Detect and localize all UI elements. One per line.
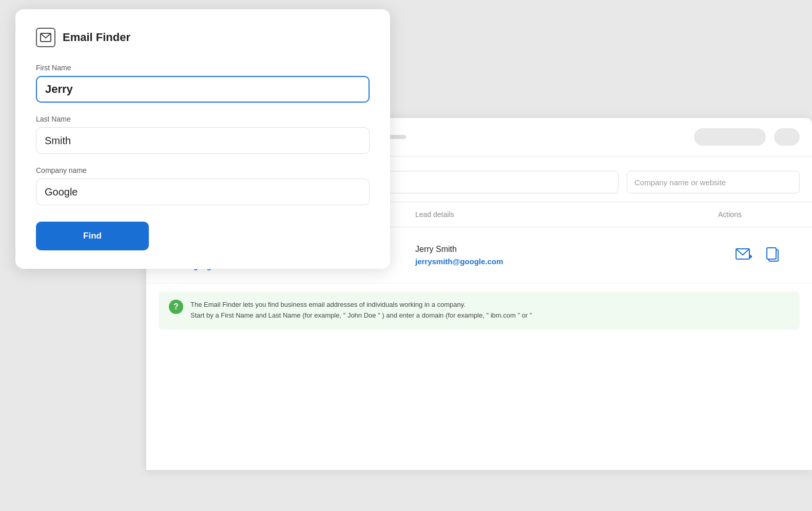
lead-cell: Jerry Smith jerrysmith@google.com	[415, 245, 718, 266]
header-lead-details: Lead details	[415, 210, 689, 219]
info-banner: ? The Email Finder lets you find busines…	[159, 291, 800, 329]
svg-rect-3	[767, 248, 776, 259]
lead-name: Jerry Smith	[415, 245, 718, 254]
toolbar-button-1[interactable]	[694, 128, 766, 146]
email-icon	[36, 28, 55, 47]
email-finder-card: Email Finder First Name Last Name Compan…	[15, 9, 390, 269]
info-icon: ?	[169, 300, 183, 314]
send-email-button[interactable]	[734, 245, 753, 265]
company-field: Company name	[36, 166, 370, 218]
toolbar-button-2[interactable]	[774, 128, 800, 146]
info-line-2: Start by a First Name and Last Name (for…	[190, 310, 532, 321]
last-name-input[interactable]	[36, 127, 370, 154]
info-icon-label: ?	[173, 302, 179, 311]
actions-cell	[718, 245, 800, 265]
bg-company-input[interactable]: Company name or website	[627, 171, 800, 193]
first-name-input[interactable]	[36, 76, 370, 103]
last-name-field: Last Name	[36, 115, 370, 166]
header-actions: Actions	[689, 210, 771, 219]
copy-button[interactable]	[764, 245, 783, 265]
first-name-label: First Name	[36, 64, 370, 72]
card-header: Email Finder	[36, 28, 370, 47]
info-text: The Email Finder lets you find business …	[190, 300, 532, 321]
bg-company-placeholder: Company name or website	[634, 178, 726, 187]
company-label: Company name	[36, 166, 370, 174]
company-input[interactable]	[36, 179, 370, 205]
info-line-1: The Email Finder lets you find business …	[190, 300, 532, 310]
last-name-label: Last Name	[36, 115, 370, 123]
card-title: Email Finder	[63, 31, 130, 44]
lead-email[interactable]: jerrysmith@google.com	[415, 257, 718, 266]
first-name-field: First Name	[36, 64, 370, 115]
find-button[interactable]: Find	[36, 222, 149, 250]
